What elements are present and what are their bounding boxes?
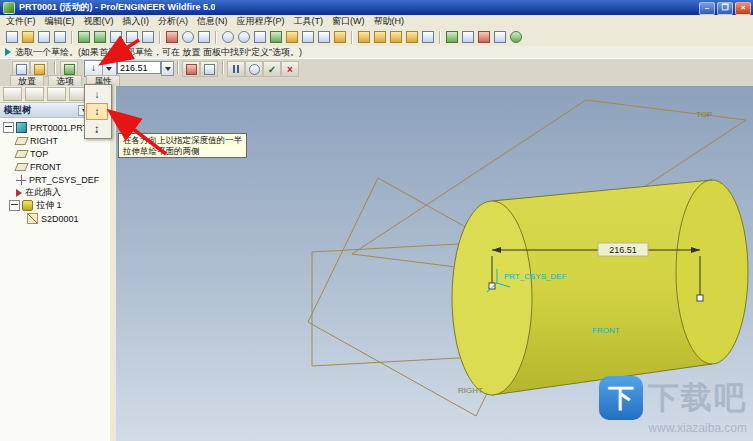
symmetric-depth-icon: ↕ bbox=[95, 106, 100, 117]
datum-plane-display-icon[interactable] bbox=[356, 29, 372, 45]
front-plane-label[interactable]: FRONT bbox=[592, 326, 620, 335]
watermark: 下 下载吧 www.xiazaiba.com bbox=[599, 376, 747, 435]
extrude-feature-icon bbox=[22, 200, 33, 211]
tree-item-insert-here[interactable]: 在此插入 bbox=[0, 186, 110, 199]
top-plane-label[interactable]: TOP bbox=[696, 110, 712, 119]
message-bar: 选取一个草绘。(如果首选内部草绘，可在 放置 面板中找到“定义”选项。) bbox=[0, 46, 753, 58]
help-icon[interactable] bbox=[508, 29, 524, 45]
prompt-arrow-icon bbox=[5, 48, 11, 56]
sketch-icon bbox=[27, 213, 38, 224]
window-title: PRT0001 (活动的) - Pro/ENGINEER Wildfire 5.… bbox=[19, 1, 215, 14]
model-tree-title: 模型树 bbox=[4, 104, 31, 117]
blind-depth-icon: ↓ bbox=[95, 89, 100, 100]
right-plane-label[interactable]: RIGHT bbox=[458, 386, 483, 395]
extrude-dashboard: ↓ ✓ × 放置 选项 属性 bbox=[0, 58, 753, 88]
layers-icon[interactable] bbox=[444, 29, 460, 45]
csys-label[interactable]: PRT_CSYS_DEF bbox=[504, 272, 567, 281]
menu-applications[interactable]: 应用程序(P) bbox=[237, 15, 285, 28]
regenerate-icon[interactable] bbox=[164, 29, 180, 45]
sketch-tool-icon[interactable] bbox=[476, 29, 492, 45]
menu-analysis[interactable]: 分析(A) bbox=[158, 15, 188, 28]
minimize-button[interactable]: – bbox=[699, 2, 715, 15]
copy-icon[interactable] bbox=[124, 29, 140, 45]
collapse-box-icon[interactable] bbox=[3, 122, 14, 133]
open-icon[interactable] bbox=[20, 29, 36, 45]
close-button[interactable]: × bbox=[735, 2, 751, 15]
depth-value-input[interactable] bbox=[117, 61, 161, 74]
watermark-url: www.xiazaiba.com bbox=[599, 421, 747, 435]
watermark-brand: 下载吧 bbox=[648, 377, 747, 419]
csys-display-icon[interactable] bbox=[404, 29, 420, 45]
tree-item-label: TOP bbox=[30, 149, 48, 159]
csys-icon bbox=[16, 175, 26, 185]
datum-plane-icon bbox=[14, 163, 28, 171]
tooltip-line-2: 拉伸草绘平面的两侧 bbox=[123, 146, 242, 157]
to-selected-depth-icon: ↨ bbox=[95, 123, 100, 134]
zoom-out-icon[interactable] bbox=[236, 29, 252, 45]
repaint-icon[interactable] bbox=[268, 29, 284, 45]
blind-depth-option[interactable]: ↓ bbox=[86, 86, 108, 103]
tree-item-label: RIGHT bbox=[30, 136, 58, 146]
dimension-value[interactable]: 216.51 bbox=[609, 245, 637, 255]
folder-browser-tab-icon[interactable] bbox=[25, 87, 44, 101]
annotation-display-icon[interactable] bbox=[420, 29, 436, 45]
maximize-button[interactable]: ❐ bbox=[717, 2, 733, 15]
datum-axis-display-icon[interactable] bbox=[372, 29, 388, 45]
display-style-icon[interactable] bbox=[332, 29, 348, 45]
new-icon[interactable] bbox=[4, 29, 20, 45]
spin-center-icon[interactable] bbox=[284, 29, 300, 45]
menu-insert[interactable]: 插入(I) bbox=[123, 15, 150, 28]
saved-orientations-icon[interactable] bbox=[300, 29, 316, 45]
model-tree-tab-icon[interactable] bbox=[3, 87, 22, 101]
tree-item-csys[interactable]: PRT_CSYS_DEF bbox=[0, 173, 110, 186]
paste-icon[interactable] bbox=[140, 29, 156, 45]
menu-bar: 文件(F) 编辑(E) 视图(V) 插入(I) 分析(A) 信息(N) 应用程序… bbox=[0, 15, 753, 29]
extrude-cylinder[interactable] bbox=[452, 180, 748, 395]
menu-help[interactable]: 帮助(H) bbox=[374, 15, 405, 28]
print-icon[interactable] bbox=[52, 29, 68, 45]
main-toolbar bbox=[0, 28, 753, 47]
search-icon[interactable] bbox=[180, 29, 196, 45]
depth-type-dropdown-arrow[interactable] bbox=[102, 61, 115, 76]
tree-item-label: 拉伸 1 bbox=[36, 199, 62, 212]
datum-point-display-icon[interactable] bbox=[388, 29, 404, 45]
insert-here-icon bbox=[16, 189, 22, 197]
tree-item-label: FRONT bbox=[30, 162, 61, 172]
extrude-tool-icon[interactable] bbox=[492, 29, 508, 45]
datum-plane-icon bbox=[14, 137, 28, 145]
datum-plane-icon bbox=[14, 150, 28, 158]
save-icon[interactable] bbox=[36, 29, 52, 45]
cut-icon[interactable] bbox=[108, 29, 124, 45]
menu-edit[interactable]: 编辑(E) bbox=[45, 15, 75, 28]
menu-tools[interactable]: 工具(T) bbox=[294, 15, 324, 28]
undo-icon[interactable] bbox=[76, 29, 92, 45]
title-bar: PRT0001 (活动的) - Pro/ENGINEER Wildfire 5.… bbox=[0, 0, 753, 15]
refit-icon[interactable] bbox=[252, 29, 268, 45]
menu-window[interactable]: 窗口(W) bbox=[332, 15, 365, 28]
tree-item-extrude-1[interactable]: 拉伸 1 bbox=[0, 199, 110, 212]
depth-value-dropdown-arrow[interactable] bbox=[161, 61, 174, 76]
xiazaiba-logo-icon: 下 bbox=[599, 376, 643, 420]
tree-item-sketch[interactable]: S2D0001 bbox=[0, 212, 110, 225]
view-manager-icon[interactable] bbox=[316, 29, 332, 45]
zoom-in-icon[interactable] bbox=[220, 29, 236, 45]
collapse-box-icon[interactable] bbox=[9, 200, 20, 211]
menu-file[interactable]: 文件(F) bbox=[6, 15, 36, 28]
tree-item-front-plane[interactable]: FRONT bbox=[0, 160, 110, 173]
redo-icon[interactable] bbox=[92, 29, 108, 45]
tree-item-label: PRT_CSYS_DEF bbox=[29, 175, 99, 185]
tree-item-label: PRT0001.PRT bbox=[30, 123, 88, 133]
to-selected-depth-option[interactable]: ↨ bbox=[86, 120, 108, 137]
app-icon bbox=[3, 2, 15, 14]
tree-item-top-plane[interactable]: TOP bbox=[0, 147, 110, 160]
favorites-tab-icon[interactable] bbox=[47, 87, 66, 101]
select-filter-icon[interactable] bbox=[196, 29, 212, 45]
model-tree-icon[interactable] bbox=[460, 29, 476, 45]
symmetric-depth-option[interactable]: ↕ bbox=[86, 103, 108, 120]
menu-view[interactable]: 视图(V) bbox=[84, 15, 114, 28]
depth-options-flyout: ↓ ↕ ↨ bbox=[84, 84, 112, 139]
menu-info[interactable]: 信息(N) bbox=[197, 15, 228, 28]
application-window: PRT0001 (活动的) - Pro/ENGINEER Wildfire 5.… bbox=[0, 0, 753, 441]
tooltip-line-1: 在各方向上以指定深度值的一半 bbox=[123, 135, 242, 146]
prompt-message: 选取一个草绘。(如果首选内部草绘，可在 放置 面板中找到“定义”选项。) bbox=[15, 46, 302, 59]
